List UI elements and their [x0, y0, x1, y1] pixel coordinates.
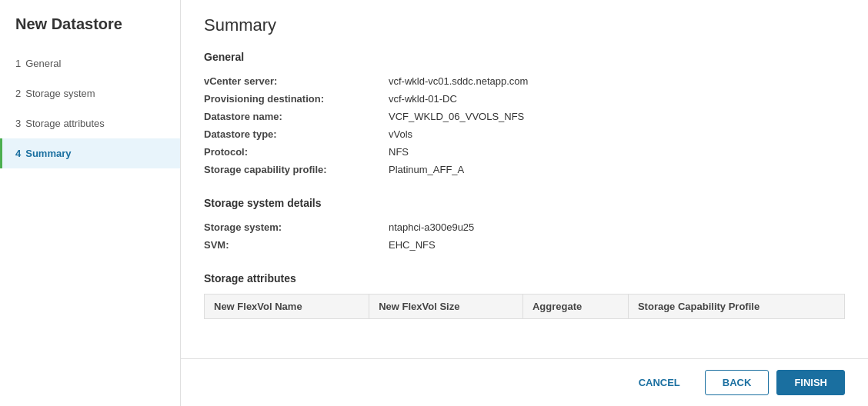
sidebar-item-label-storage-attributes: Storage attributes	[25, 118, 105, 129]
sidebar-item-storage-attributes[interactable]: 3 Storage attributes	[0, 108, 180, 138]
page-title: Summary	[204, 15, 845, 35]
step-num-2: 2	[15, 88, 21, 99]
general-section-title: General	[204, 51, 845, 63]
detail-row-storage-system: Storage system: ntaphci-a300e9u25	[204, 218, 845, 236]
label-vcenter: vCenter server:	[204, 75, 389, 87]
storage-attributes-section-title: Storage attributes	[204, 272, 845, 285]
detail-row-svm: SVM: EHC_NFS	[204, 236, 845, 254]
storage-attributes-table: New FlexVol Name New FlexVol Size Aggreg…	[204, 294, 845, 319]
value-datastore-type: vVols	[389, 128, 412, 140]
label-storage-system: Storage system:	[204, 221, 389, 233]
col-header-capability-profile: Storage Capability Profile	[628, 295, 844, 319]
label-datastore-type: Datastore type:	[204, 128, 389, 140]
detail-row-provisioning: Provisioning destination: vcf-wkld-01-DC	[204, 90, 845, 108]
value-vcenter: vcf-wkld-vc01.sddc.netapp.com	[389, 75, 528, 87]
value-capability-profile: Platinum_AFF_A	[389, 164, 464, 175]
storage-system-details: Storage system: ntaphci-a300e9u25 SVM: E…	[204, 218, 845, 254]
detail-row-datastore-name: Datastore name: VCF_WKLD_06_VVOLS_NFS	[204, 108, 845, 125]
sidebar-title: New Datastore	[0, 15, 180, 48]
sidebar-item-label-general: General	[25, 58, 61, 69]
general-details: vCenter server: vcf-wkld-vc01.sddc.netap…	[204, 72, 845, 178]
finish-button[interactable]: FINISH	[776, 370, 845, 395]
value-storage-system: ntaphci-a300e9u25	[389, 221, 474, 233]
sidebar-item-general[interactable]: 1 General	[0, 48, 180, 78]
main-content: Summary General vCenter server: vcf-wkld…	[181, 0, 868, 406]
col-header-flexvol-size: New FlexVol Size	[369, 295, 523, 319]
sidebar-item-storage-system[interactable]: 2 Storage system	[0, 78, 180, 108]
back-button[interactable]: BACK	[705, 370, 770, 395]
value-datastore-name: VCF_WKLD_06_VVOLS_NFS	[389, 111, 524, 122]
detail-row-protocol: Protocol: NFS	[204, 143, 845, 161]
step-num-1: 1	[15, 58, 21, 69]
value-provisioning: vcf-wkld-01-DC	[389, 93, 457, 105]
col-header-aggregate: Aggregate	[522, 295, 628, 319]
detail-row-vcenter: vCenter server: vcf-wkld-vc01.sddc.netap…	[204, 72, 845, 90]
detail-row-capability-profile: Storage capability profile: Platinum_AFF…	[204, 161, 845, 178]
sidebar-item-label-storage-system: Storage system	[25, 88, 95, 99]
sidebar-item-summary[interactable]: 4 Summary	[0, 138, 180, 168]
storage-system-section-title: Storage system details	[204, 197, 845, 209]
label-provisioning: Provisioning destination:	[204, 93, 389, 105]
value-svm: EHC_NFS	[389, 239, 436, 251]
footer: CANCEL BACK FINISH	[181, 358, 868, 406]
label-protocol: Protocol:	[204, 146, 389, 158]
sidebar-item-label-summary: Summary	[25, 148, 71, 159]
value-protocol: NFS	[389, 146, 409, 158]
col-header-flexvol-name: New FlexVol Name	[205, 295, 369, 319]
step-num-4: 4	[15, 148, 21, 159]
label-capability-profile: Storage capability profile:	[204, 164, 389, 175]
cancel-button[interactable]: CANCEL	[622, 371, 697, 394]
sidebar: New Datastore 1 General 2 Storage system…	[0, 0, 181, 406]
step-num-3: 3	[15, 118, 21, 129]
label-svm: SVM:	[204, 239, 389, 251]
detail-row-datastore-type: Datastore type: vVols	[204, 125, 845, 143]
label-datastore-name: Datastore name:	[204, 111, 389, 122]
